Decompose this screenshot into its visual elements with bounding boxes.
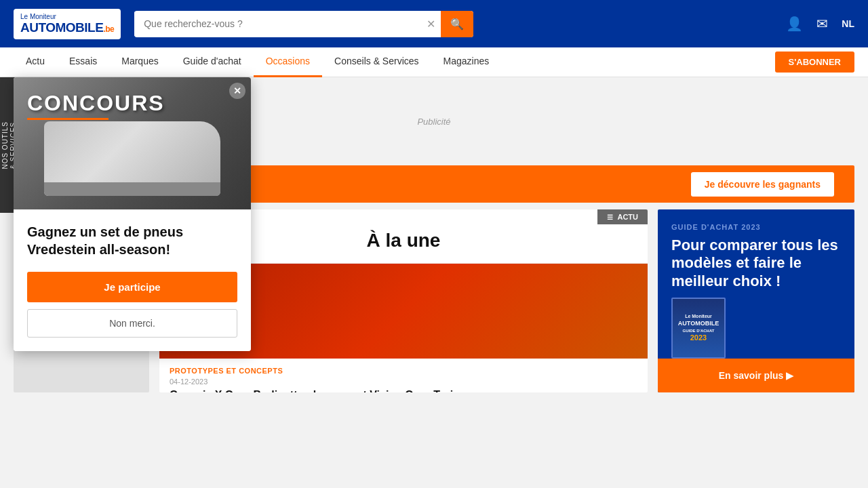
subscribe-button[interactable]: S'ABONNER [775,52,855,73]
clear-icon[interactable]: ✕ [421,18,441,30]
language-switcher[interactable]: NL [842,18,854,29]
tag-icon: ☰ [607,214,613,221]
nav-bar: Actu Essais Marques Guide d'achat Occasi… [0,47,868,77]
guide-achat-card: GUIDE D'ACHAT 2023 Pour comparer tous le… [658,209,854,392]
nav-item-actu[interactable]: Actu [14,47,57,77]
popup-no-thanks-button[interactable]: Non merci. [27,309,237,338]
nav-item-occasions[interactable]: Occasions [254,47,322,77]
logo-auto: AUTOMOBILE.be [20,20,114,35]
article-tag-bar: ☰ ACTU [597,209,648,224]
nav-item-magazines[interactable]: Magazines [431,47,502,77]
nav-item-essais[interactable]: Essais [57,47,109,77]
guide-label: GUIDE D'ACHAT 2023 [671,223,841,231]
header: Le Moniteur AUTOMOBILE.be ✕ 🔍 👤 ✉ NL [0,0,868,47]
popup-body: Gagnez un set de pneus Vredestein all-se… [14,209,251,351]
nav-item-marques[interactable]: Marques [109,47,170,77]
guide-title: Pour comparer tous les modèles et faire … [671,237,841,290]
user-icon[interactable]: 👤 [786,16,803,32]
article-title[interactable]: Genesis X Gran Berlinetta : le concept V… [170,388,637,392]
popup-concours-text: CONCOURS [27,91,165,116]
article-content: PROTOTYPES ET CONCEPTS 04-12-2023 Genesi… [159,359,648,392]
popup-underline-decoration [27,118,108,120]
guide-mag-text: Le Moniteur AUTOMOBILE GUIDE D'ACHAT 202… [678,313,719,342]
banner-cta-button[interactable]: Je découvre les gagnants [691,172,834,197]
search-bar: ✕ 🔍 [134,11,473,37]
popup-close-button[interactable]: ✕ [229,83,245,99]
popup-image: CONCOURS ✕ [14,77,251,209]
main-area: NOS OUTILS& SERVICES ❯ Publicité OS: Les… [0,77,868,399]
popup-win-text: Gagnez un set de pneus Vredestein all-se… [27,223,237,258]
guide-cta-button[interactable]: En savoir plus ▶ [658,359,854,392]
article-category: PROTOTYPES ET CONCEPTS [170,367,637,375]
ad-label: Publicité [417,117,450,127]
guide-cta-text: En savoir plus ▶ [719,370,794,381]
search-button[interactable]: 🔍 [441,11,473,37]
popup-overlay: CONCOURS ✕ Gagnez un set de pneus Vredes… [14,77,251,351]
search-input[interactable] [134,12,421,36]
nav-item-conseils[interactable]: Conseils & Services [322,47,431,77]
guide-image: Le Moniteur AUTOMOBILE GUIDE D'ACHAT 202… [671,298,726,359]
logo[interactable]: Le Moniteur AUTOMOBILE.be [14,9,121,39]
header-icons: 👤 ✉ NL [786,16,854,32]
logo-moniteur: Le Moniteur [20,13,114,20]
nav-item-guide[interactable]: Guide d'achat [171,47,254,77]
article-date: 04-12-2023 [170,378,637,386]
article-tag: ACTU [617,213,638,221]
mail-icon[interactable]: ✉ [816,16,828,32]
logo-be: .be [103,24,114,34]
popup-participate-button[interactable]: Je participe [27,272,237,302]
